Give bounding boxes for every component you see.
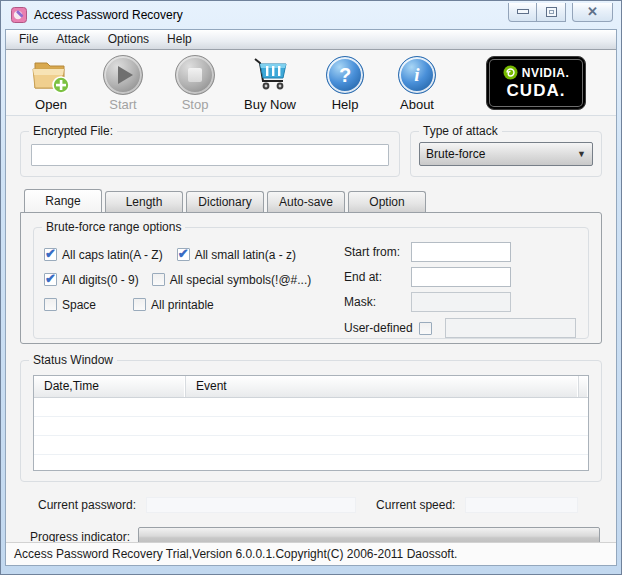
close-icon: ✕ <box>587 5 598 18</box>
column-header-date-time[interactable]: Date,Time <box>34 376 186 397</box>
status-window-label: Status Window <box>29 353 117 367</box>
tab-length[interactable]: Length <box>105 191 183 212</box>
status-table: Date,Time Event <box>33 375 589 471</box>
tab-dictionary[interactable]: Dictionary <box>186 191 264 212</box>
user-defined-input <box>445 318 576 338</box>
menu-file[interactable]: File <box>10 30 47 49</box>
window-title: Access Password Recovery <box>34 8 183 22</box>
stop-label: Stop <box>166 97 224 112</box>
range-options-label: Brute-force range options <box>42 220 185 234</box>
status-bar: Access Password Recovery Trial,Version 6… <box>6 542 616 565</box>
attack-type-group: Type of attack Brute-force ▼ <box>410 131 602 177</box>
menu-help[interactable]: Help <box>158 30 201 49</box>
status-table-header: Date,Time Event <box>34 376 588 398</box>
tab-range[interactable]: Range <box>24 189 102 212</box>
checkbox-icon <box>44 273 57 286</box>
tab-auto-save[interactable]: Auto-save <box>267 191 345 212</box>
tab-option[interactable]: Option <box>348 191 426 212</box>
app-window: Access Password Recovery ✕ File Attack O… <box>0 0 622 575</box>
checkbox-icon <box>44 298 57 311</box>
column-header-spacer <box>579 376 588 397</box>
menu-attack[interactable]: Attack <box>47 30 98 49</box>
maximize-button[interactable] <box>537 3 566 22</box>
checkbox-icon <box>133 298 146 311</box>
start-from-label: Start from: <box>344 245 411 259</box>
checkbox-icon <box>177 248 190 261</box>
open-folder-icon <box>22 54 80 96</box>
open-button[interactable]: Open <box>22 54 80 112</box>
nvidia-logo-icon <box>503 65 518 80</box>
start-label: Start <box>94 97 152 112</box>
encrypted-file-group: Encrypted File: <box>20 131 400 177</box>
status-window-group: Status Window Date,Time Event <box>20 360 602 482</box>
cuda-product-text: CUDA. <box>507 81 566 101</box>
stop-icon <box>166 54 224 96</box>
range-options-group: Brute-force range options All caps latin… <box>33 227 589 339</box>
mask-label: Mask: <box>344 295 411 309</box>
status-table-body[interactable] <box>34 398 588 470</box>
encrypted-file-input[interactable] <box>31 144 389 166</box>
tab-strip: Range Length Dictionary Auto-save Option <box>20 189 602 212</box>
checkbox-all-special-symbols[interactable]: All special symbols(!@#...) <box>152 273 312 287</box>
buy-now-button[interactable]: Buy Now <box>238 54 302 112</box>
checkbox-all-printable[interactable]: All printable <box>133 298 214 312</box>
checkbox-all-caps-latin[interactable]: All caps latin(A - Z) <box>44 248 163 262</box>
client-area: File Attack Options Help Open <box>5 29 617 566</box>
charset-checkboxes: All caps latin(A - Z) All small latin(a … <box>44 242 312 338</box>
attack-type-label: Type of attack <box>419 124 502 138</box>
attack-type-value: Brute-force <box>426 147 577 161</box>
mask-input <box>411 292 511 312</box>
current-speed-value <box>465 497 578 513</box>
current-password-value <box>146 497 356 513</box>
about-icon: i <box>388 54 446 96</box>
user-defined-label: User-defined <box>344 321 413 335</box>
status-bar-text: Access Password Recovery Trial,Version 6… <box>14 547 457 561</box>
column-header-event[interactable]: Event <box>186 376 579 397</box>
checkbox-space[interactable]: Space <box>44 298 96 312</box>
help-icon: ? <box>316 54 374 96</box>
encrypted-file-label: Encrypted File: <box>29 124 117 138</box>
minimize-button[interactable] <box>508 3 537 22</box>
attack-type-select[interactable]: Brute-force ▼ <box>419 142 593 166</box>
range-tab-page: Brute-force range options All caps latin… <box>20 212 602 344</box>
help-button[interactable]: ? Help <box>316 54 374 112</box>
start-from-input[interactable] <box>411 242 511 262</box>
help-label: Help <box>316 97 374 112</box>
stop-button[interactable]: Stop <box>166 54 224 112</box>
toolbar: Open Start Stop <box>6 50 616 116</box>
chevron-down-icon: ▼ <box>577 149 586 159</box>
checkbox-icon <box>152 273 165 286</box>
open-label: Open <box>22 97 80 112</box>
current-password-label: Current password: <box>38 498 136 512</box>
current-status-row: Current password: Current speed: <box>20 496 602 514</box>
nvidia-brand-text: NVIDIA. <box>522 66 570 80</box>
main-content: Encrypted File: Type of attack Brute-for… <box>6 116 616 547</box>
app-icon <box>11 7 27 23</box>
range-fields: Start from: End at: Mask: <box>312 242 576 338</box>
close-button[interactable]: ✕ <box>572 3 613 22</box>
end-at-input[interactable] <box>411 267 511 287</box>
minimize-icon <box>517 9 529 14</box>
end-at-label: End at: <box>344 270 411 284</box>
checkbox-icon <box>44 248 57 261</box>
checkbox-all-small-latin[interactable]: All small latin(a - z) <box>177 248 296 262</box>
menu-options[interactable]: Options <box>99 30 158 49</box>
window-controls: ✕ <box>508 3 613 22</box>
about-label: About <box>388 97 446 112</box>
current-speed-label: Current speed: <box>376 498 455 512</box>
start-icon <box>94 54 152 96</box>
about-button[interactable]: i About <box>388 54 446 112</box>
maximize-icon <box>546 7 557 17</box>
checkbox-all-digits[interactable]: All digits(0 - 9) <box>44 273 139 287</box>
shopping-cart-icon <box>238 54 302 96</box>
menu-bar: File Attack Options Help <box>6 30 616 50</box>
start-button[interactable]: Start <box>94 54 152 112</box>
title-bar[interactable]: Access Password Recovery ✕ <box>1 1 621 29</box>
nvidia-cuda-badge[interactable]: NVIDIA. CUDA. <box>486 56 586 110</box>
user-defined-checkbox[interactable] <box>419 322 432 335</box>
buy-now-label: Buy Now <box>238 97 302 112</box>
